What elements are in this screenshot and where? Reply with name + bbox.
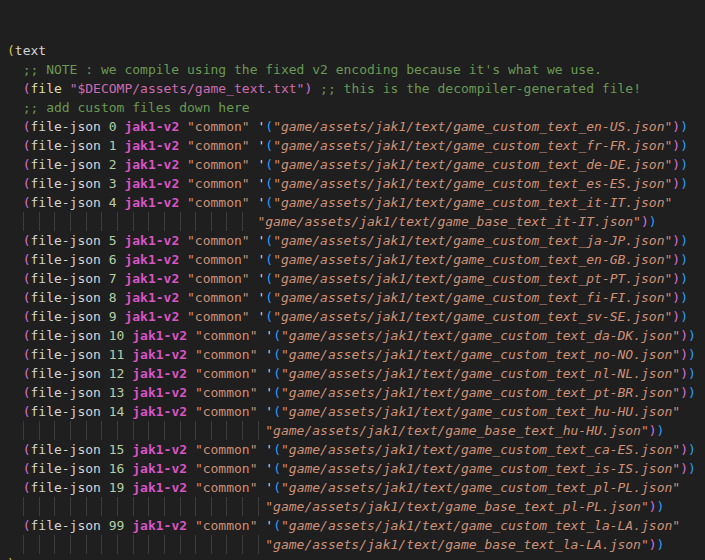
code-token: ) <box>680 233 688 248</box>
code-line[interactable]: (file-json 9 jak1-v2 "common" '("game/as… <box>7 307 705 326</box>
code-line[interactable]: (file-json 8 jak1-v2 "common" '("game/as… <box>7 288 705 307</box>
code-line[interactable]: (file-json 16 jak1-v2 "common" '("game/a… <box>7 459 705 478</box>
code-token: ) <box>672 252 680 267</box>
code-token: ) <box>649 423 657 438</box>
code-token: ' <box>265 461 273 476</box>
code-line[interactable]: (file-json 2 jak1-v2 "common" '("game/as… <box>7 155 705 174</box>
code-token: jak1-v2 <box>124 252 179 267</box>
code-token: file-json <box>30 138 100 153</box>
code-token <box>187 366 195 381</box>
code-line[interactable]: (file-json 10 jak1-v2 "common" '("game/a… <box>7 326 705 345</box>
indent-guide <box>23 421 266 440</box>
code-token: jak1-v2 <box>132 518 187 533</box>
code-line[interactable]: (file-json 14 jak1-v2 "common" '("game/a… <box>7 402 705 421</box>
code-token <box>7 138 23 153</box>
code-token: ) <box>680 252 688 267</box>
code-line[interactable]: (file-json 19 jak1-v2 "common" '("game/a… <box>7 478 705 497</box>
code-token: ' <box>265 328 273 343</box>
code-token <box>7 271 23 286</box>
code-token: 19 <box>109 480 125 495</box>
code-token: ) <box>649 499 657 514</box>
code-line[interactable]: (file-json 11 jak1-v2 "common" '("game/a… <box>7 345 705 364</box>
code-token: ) <box>688 347 696 362</box>
code-token <box>250 309 258 324</box>
code-token <box>101 138 109 153</box>
code-token <box>101 119 109 134</box>
code-token: jak1-v2 <box>132 385 187 400</box>
code-token: "game/assets/jak1/text/game_custom_text_… <box>281 385 680 400</box>
code-token <box>7 404 23 419</box>
code-token: 8 <box>109 290 117 305</box>
code-token: "game/assets/jak1/text/game_custom_text_… <box>273 176 672 191</box>
code-token: ( <box>265 157 273 172</box>
code-token <box>187 461 195 476</box>
code-token: jak1-v2 <box>132 480 187 495</box>
code-token: "common" <box>187 119 250 134</box>
code-token: 14 <box>109 404 125 419</box>
code-token <box>179 138 187 153</box>
code-token <box>101 309 109 324</box>
code-token: 1 <box>109 138 117 153</box>
code-line[interactable]: ) <box>7 554 705 560</box>
code-area[interactable]: (text ;; NOTE : we compile using the fix… <box>7 41 705 560</box>
code-token: ( <box>265 309 273 324</box>
code-token: "common" <box>187 271 250 286</box>
code-token: file-json <box>30 404 100 419</box>
code-token: ( <box>273 366 281 381</box>
code-token <box>7 195 23 210</box>
code-line[interactable]: (file-json 0 jak1-v2 "common" '("game/as… <box>7 117 705 136</box>
code-line[interactable]: (file-json 13 jak1-v2 "common" '("game/a… <box>7 383 705 402</box>
code-token <box>7 290 23 305</box>
code-token: ) <box>657 537 665 552</box>
indent-guide <box>23 212 258 231</box>
code-token: ) <box>672 176 680 191</box>
code-token: file-json <box>30 480 100 495</box>
code-token: 11 <box>109 347 125 362</box>
code-line[interactable]: (file "$DECOMP/assets/game_text.txt") ;;… <box>7 79 705 98</box>
code-token: jak1-v2 <box>124 195 179 210</box>
code-token: ( <box>273 385 281 400</box>
code-token <box>250 157 258 172</box>
indent-guide <box>23 497 266 516</box>
code-line[interactable]: (file-json 5 jak1-v2 "common" '("game/as… <box>7 231 705 250</box>
code-line[interactable]: (file-json 12 jak1-v2 "common" '("game/a… <box>7 364 705 383</box>
code-token: file-json <box>30 442 100 457</box>
code-token <box>187 480 195 495</box>
code-line[interactable]: "game/assets/jak1/text/game_base_text_la… <box>7 535 705 554</box>
code-token: file-json <box>30 347 100 362</box>
code-token <box>187 404 195 419</box>
code-editor[interactable]: (text ;; NOTE : we compile using the fix… <box>0 0 705 560</box>
code-token: "$DECOMP/assets/game_text.txt" <box>70 81 305 96</box>
code-token: 6 <box>109 252 117 267</box>
code-line[interactable]: (text <box>7 41 705 60</box>
code-token: jak1-v2 <box>132 366 187 381</box>
code-token: 2 <box>109 157 117 172</box>
code-line[interactable]: (file-json 7 jak1-v2 "common" '("game/as… <box>7 269 705 288</box>
code-line[interactable]: (file-json 6 jak1-v2 "common" '("game/as… <box>7 250 705 269</box>
code-line[interactable]: (file-json 3 jak1-v2 "common" '("game/as… <box>7 174 705 193</box>
code-token: ;; this is the decompiler-generated file… <box>320 81 641 96</box>
code-line[interactable]: ;; NOTE : we compile using the fixed v2 … <box>7 60 705 79</box>
code-line[interactable]: (file-json 4 jak1-v2 "common" '("game/as… <box>7 193 705 212</box>
code-line[interactable]: "game/assets/jak1/text/game_base_text_pl… <box>7 497 705 516</box>
code-token: ) <box>7 556 15 560</box>
code-line[interactable]: ;; add custom files down here <box>7 98 705 117</box>
code-token: ( <box>265 290 273 305</box>
code-token: "game/assets/jak1/text/game_base_text_pl… <box>265 499 649 514</box>
code-line[interactable]: (file-json 99 jak1-v2 "common" '("game/a… <box>7 516 705 535</box>
code-token <box>179 119 187 134</box>
indent-guide <box>23 535 266 554</box>
code-token: ' <box>265 442 273 457</box>
code-line[interactable]: "game/assets/jak1/text/game_base_text_hu… <box>7 421 705 440</box>
code-token <box>187 385 195 400</box>
code-line[interactable]: (file-json 15 jak1-v2 "common" '("game/a… <box>7 440 705 459</box>
code-token: ) <box>688 461 696 476</box>
code-token <box>179 233 187 248</box>
code-token <box>7 81 23 96</box>
code-token <box>101 195 109 210</box>
code-token: ) <box>680 176 688 191</box>
code-token: file-json <box>30 366 100 381</box>
code-token: ( <box>273 442 281 457</box>
code-line[interactable]: (file-json 1 jak1-v2 "common" '("game/as… <box>7 136 705 155</box>
code-line[interactable]: "game/assets/jak1/text/game_base_text_it… <box>7 212 705 231</box>
